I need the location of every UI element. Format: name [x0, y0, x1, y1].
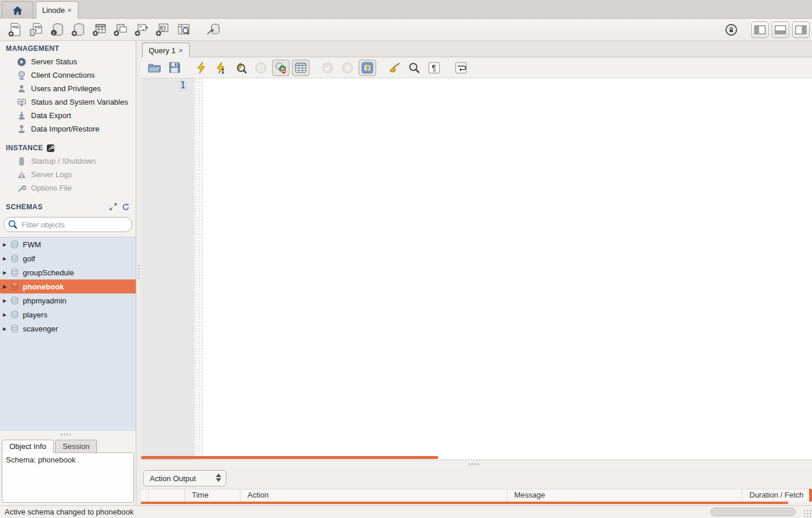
column-header-index[interactable]: [149, 489, 185, 502]
sidebar-item-data-export[interactable]: Data Export: [0, 109, 136, 122]
wrap-text-button[interactable]: [452, 60, 470, 76]
management-section-title: MANAGEMENT: [6, 44, 136, 53]
output-horizontal-scrollbar[interactable]: [141, 502, 788, 504]
column-header-status[interactable]: [141, 489, 149, 502]
explain-button[interactable]: [232, 60, 250, 76]
schema-row-scavenger[interactable]: ▶ scavenger: [0, 322, 136, 336]
column-header-action[interactable]: Action: [240, 489, 507, 502]
expander-icon[interactable]: ▶: [0, 284, 9, 289]
sidebar-item-startup-shutdown[interactable]: Startup / Shutdown: [0, 154, 136, 168]
toggle-left-sidebar-button[interactable]: [751, 22, 769, 38]
reconnect-dbms-button[interactable]: [202, 20, 223, 39]
client-connections-icon: [16, 70, 26, 80]
new-sql-tab-button[interactable]: SQL: [5, 20, 26, 39]
tab-query-1[interactable]: Query 1 ×: [142, 43, 190, 57]
action-output-panel: Action Output Time Action Message Durati…: [141, 468, 812, 505]
stop-button[interactable]: [252, 60, 270, 76]
toggle-right-sidebar-button[interactable]: [792, 22, 810, 38]
schema-row-groupschedule[interactable]: ▶ groupSchedule: [0, 265, 136, 279]
column-header-duration-fetch[interactable]: Duration / Fetch: [742, 489, 812, 502]
users-icon: [16, 84, 26, 94]
bottom-scrollbar-thumb[interactable]: [710, 507, 796, 516]
open-script-button[interactable]: [146, 60, 163, 76]
close-icon[interactable]: ×: [67, 6, 72, 15]
new-table-button[interactable]: [89, 20, 110, 39]
schema-row-players[interactable]: ▶ players: [0, 308, 136, 322]
schema-tree: ▶ FWM ▶ golf ▶ groupSchedule ▶ p: [0, 237, 136, 431]
editor-horizontal-scrollbar[interactable]: [141, 456, 438, 459]
schema-row-phpmyadmin[interactable]: ▶ phpmyadmin: [0, 293, 136, 308]
expander-icon[interactable]: ▶: [0, 242, 9, 247]
expander-icon[interactable]: ▶: [0, 298, 9, 303]
resize-grip[interactable]: [803, 509, 811, 517]
toggle-stop-on-error-button[interactable]: [272, 60, 290, 76]
mysql-workbench-window: Linode × SQL SQL i f(): [0, 0, 812, 518]
find-button[interactable]: [405, 60, 423, 76]
editor-output-splitter[interactable]: [141, 460, 812, 468]
object-info-text: Schema: phonebook: [6, 455, 75, 464]
sql-editor[interactable]: 1: [141, 78, 812, 460]
new-procedure-button[interactable]: [131, 20, 152, 39]
data-export-icon: [16, 110, 26, 120]
column-header-time[interactable]: Time: [185, 489, 240, 502]
tab-object-info[interactable]: Object Info: [2, 440, 54, 453]
commit-button[interactable]: [319, 60, 336, 76]
schema-row-golf[interactable]: ▶ golf: [0, 251, 136, 265]
execute-button[interactable]: [192, 60, 210, 76]
sidebar-item-client-connections[interactable]: Client Connections: [0, 68, 136, 82]
sidebar-item-status-system-variables[interactable]: Status and System Variables: [0, 95, 136, 109]
expander-icon[interactable]: ▶: [0, 312, 9, 317]
schema-icon: [9, 324, 20, 333]
show-invisibles-button[interactable]: ¶: [425, 60, 443, 76]
filter-objects-input[interactable]: [4, 217, 132, 232]
rollback-button[interactable]: [339, 60, 356, 76]
sidebar-item-server-status[interactable]: Server Status: [0, 55, 136, 68]
new-view-button[interactable]: [110, 20, 131, 39]
connection-tab-label: Linode: [42, 6, 65, 15]
column-header-message[interactable]: Message: [507, 489, 742, 502]
sidebar-item-data-import-restore[interactable]: Data Import/Restore: [0, 122, 136, 136]
close-icon[interactable]: ×: [178, 46, 183, 55]
sidebar-item-server-logs[interactable]: Server Logs: [0, 168, 136, 181]
toolbar-right-group: [722, 19, 810, 41]
save-script-button[interactable]: [166, 60, 183, 76]
sidebar-item-options-file[interactable]: Options File: [0, 181, 136, 195]
expander-icon[interactable]: ▶: [0, 270, 9, 275]
sidebar-item-users-privileges[interactable]: Users and Privileges: [0, 82, 136, 95]
refresh-schemas-icon[interactable]: [122, 203, 130, 210]
query-tabstrip: Query 1 ×: [141, 41, 812, 57]
expand-schemas-icon[interactable]: [109, 203, 117, 210]
sidebar-vertical-splitter[interactable]: [137, 41, 141, 505]
search-table-data-button[interactable]: [173, 20, 194, 39]
toggle-autocommit-button[interactable]: [359, 60, 376, 76]
new-function-button[interactable]: f(): [152, 20, 173, 39]
server-logs-icon: [16, 170, 26, 179]
output-grid-header: Time Action Message Duration / Fetch: [141, 489, 812, 502]
toggle-bottom-panel-button[interactable]: [772, 22, 789, 38]
schema-icon: [9, 310, 20, 319]
tab-session[interactable]: Session: [55, 440, 97, 453]
new-schema-button[interactable]: [68, 20, 89, 39]
beautify-button[interactable]: [386, 60, 403, 76]
open-sql-script-button[interactable]: SQL: [26, 20, 47, 39]
schema-icon: [9, 240, 20, 248]
data-import-icon: [16, 124, 26, 134]
output-vertical-scrollbar[interactable]: [809, 489, 812, 502]
schema-inspector-button[interactable]: i: [47, 20, 68, 39]
line-number-gutter: 1: [141, 78, 195, 460]
execute-current-statement-button[interactable]: [212, 60, 230, 76]
sidebar-splitter[interactable]: [0, 431, 136, 438]
schema-icon: [9, 296, 20, 305]
limit-rows-button[interactable]: [292, 60, 309, 76]
connection-tab[interactable]: Linode ×: [36, 1, 78, 19]
home-tab[interactable]: [2, 1, 33, 19]
main-toolbar: SQL SQL i f(): [0, 19, 812, 41]
chevron-updown-icon: [216, 474, 221, 482]
line-number: 1: [141, 80, 195, 91]
expander-icon[interactable]: ▶: [0, 326, 9, 331]
schema-icon: [9, 282, 20, 291]
schema-row-phonebook[interactable]: ▶ phonebook: [0, 279, 136, 293]
output-view-select[interactable]: Action Output: [143, 470, 226, 486]
schema-row-fwm[interactable]: ▶ FWM: [0, 237, 136, 251]
expander-icon[interactable]: ▶: [0, 256, 9, 261]
